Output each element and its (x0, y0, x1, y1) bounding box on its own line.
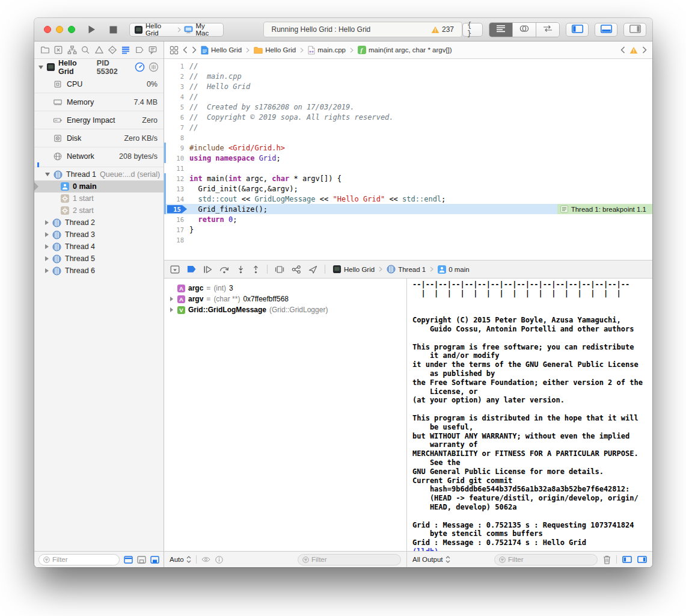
code-review-button[interactable]: { } (462, 23, 483, 37)
code-line[interactable]: 11 (164, 163, 652, 173)
process-row[interactable]: Hello Grid PID 55302 (34, 59, 164, 75)
source-control-navigator-button[interactable] (67, 45, 78, 55)
console-pane[interactable]: --|--|--|--|--|--|--|--|--|--|--|--|--|-… (407, 279, 652, 551)
thread-row-5[interactable]: Thread 5 (34, 253, 164, 265)
toggle-inspector-button[interactable] (623, 23, 646, 37)
code-line[interactable]: 17} (164, 224, 652, 235)
gauge-row-energy[interactable]: Energy ImpactZero (34, 111, 164, 129)
breadcrumb-item[interactable]: Hello Grid (254, 46, 296, 54)
info-icon[interactable] (215, 556, 223, 564)
code-line[interactable]: 18 (164, 235, 652, 245)
code-line[interactable]: 9#include <Grid/Grid.h> (164, 143, 652, 153)
debug-breadcrumb-item[interactable]: 0 main (438, 265, 470, 274)
stack-frame-row[interactable]: 1 start (34, 192, 164, 205)
debug-breadcrumb-item[interactable]: Thread 1 (387, 265, 426, 274)
gutter[interactable]: 11 (164, 165, 189, 172)
code-line[interactable]: 8 (164, 132, 652, 143)
gutter[interactable]: 16 (164, 216, 189, 223)
next-issue-button[interactable] (642, 46, 647, 54)
disclosure-down-icon[interactable] (38, 66, 43, 69)
navigator-filter-field[interactable]: Filter (38, 554, 120, 565)
debug-navigator-button[interactable] (120, 45, 131, 55)
pause-button[interactable] (149, 62, 159, 72)
related-items-icon[interactable] (170, 46, 179, 55)
memory-graph-button[interactable] (292, 265, 301, 274)
gutter[interactable]: 2 (164, 73, 189, 80)
gauge-row-memory[interactable]: Memory7.4 MB (34, 93, 164, 111)
step-over-button[interactable] (219, 265, 230, 274)
variable-row[interactable]: VGrid::GridLogMessage(Grid::GridLogger) (167, 304, 404, 315)
breakpoint-navigator-button[interactable] (134, 45, 145, 55)
minimize-window-button[interactable] (56, 26, 63, 33)
code-line[interactable]: 12int main(int argc, char * argv[]) { (164, 173, 652, 183)
find-navigator-button[interactable] (80, 45, 91, 55)
gutter[interactable]: 10 (164, 155, 189, 162)
variables-view[interactable]: Aargc=(int)3Aargv=(char **)0x7ffeefbff56… (164, 279, 407, 551)
previous-issue-button[interactable] (620, 46, 625, 54)
disclosure-right-icon[interactable] (45, 256, 49, 261)
gutter[interactable]: 13 (164, 185, 189, 192)
variable-row[interactable]: Aargc=(int)3 (167, 283, 404, 294)
stack-frame-row[interactable]: 2 start (34, 205, 164, 217)
simulate-location-button[interactable] (308, 265, 317, 274)
source-editor[interactable]: 1//2// main.cpp3// Hello Grid4//5// Crea… (164, 59, 652, 260)
go-back-button[interactable] (183, 46, 188, 54)
thread-row-4[interactable]: Thread 4 (34, 241, 164, 253)
run-button[interactable] (87, 25, 96, 34)
disclosure-right-icon[interactable] (45, 232, 49, 237)
issue-navigator-button[interactable] (94, 45, 105, 55)
breakpoint-annotation[interactable]: Thread 1: breakpoint 1.1 (557, 204, 652, 214)
gauge-row-cpu[interactable]: CPU0% (34, 75, 164, 93)
gutter[interactable]: 3 (164, 83, 189, 90)
warning-badge[interactable]: 237 (431, 25, 454, 34)
code-line[interactable]: 6// Copyright © 2019 sopa. All rights re… (164, 112, 652, 122)
variable-row[interactable]: Aargv=(char **)0x7ffeefbff568 (167, 294, 404, 304)
symbol-navigator-button[interactable] (53, 45, 64, 55)
toggle-navigator-button[interactable] (566, 23, 589, 37)
disclosure-right-icon[interactable] (168, 297, 174, 301)
gutter[interactable]: 9 (164, 144, 189, 152)
standard-editor-button[interactable] (489, 23, 512, 37)
stop-button[interactable] (109, 26, 117, 34)
code-line[interactable]: 10using namespace Grid; (164, 153, 652, 163)
version-editor-button[interactable] (536, 23, 559, 37)
code-line[interactable]: 7// (164, 122, 652, 132)
code-line[interactable]: 5// Created by s1786208 on 17/03/2019. (164, 102, 652, 112)
step-into-button[interactable] (237, 265, 245, 274)
code-line[interactable]: 13 Grid_init(&argc,&argv); (164, 183, 652, 194)
scheme-selector[interactable]: Hello GridMy Mac (129, 23, 224, 37)
gutter[interactable]: 5 (164, 103, 189, 111)
variables-filter-field[interactable]: Filter (298, 554, 401, 565)
view-memory-button[interactable] (150, 556, 159, 564)
quicklook-icon[interactable] (201, 556, 210, 562)
disclosure-right-icon[interactable] (45, 244, 49, 249)
test-navigator-button[interactable] (107, 45, 118, 55)
profile-gauge-button[interactable] (135, 62, 145, 72)
continue-button[interactable] (203, 265, 212, 274)
gutter[interactable]: 12 (164, 175, 189, 182)
debug-view-hierarchy-button[interactable] (275, 265, 284, 274)
gauge-row-network[interactable]: Network208 bytes/s (34, 147, 164, 165)
assistant-editor-button[interactable] (512, 23, 536, 37)
project-navigator-button[interactable] (40, 45, 51, 55)
gutter[interactable]: 7 (164, 124, 189, 131)
gutter[interactable]: 4 (164, 93, 189, 100)
step-out-button[interactable] (252, 265, 260, 274)
breakpoint-marker[interactable]: 15 (167, 205, 187, 214)
hide-debug-area-button[interactable] (170, 265, 180, 274)
code-line[interactable]: 2// main.cpp (164, 71, 652, 81)
breadcrumb-item[interactable]: Hello Grid (201, 46, 242, 55)
stack-frame-row[interactable]: 0 main (34, 180, 164, 192)
gauge-row-disk[interactable]: DiskZero KB/s (34, 129, 164, 147)
code-line[interactable]: 14 std::cout << GridLogMessage << "Hello… (164, 194, 652, 204)
thread-row-1[interactable]: Thread 1Queue:...d (serial) (34, 168, 164, 180)
breadcrumb-item[interactable]: ++main.cpp (308, 46, 346, 55)
view-process-by-queue-button[interactable] (124, 556, 133, 564)
disclosure-down-icon[interactable] (45, 173, 50, 176)
console-scope-select[interactable]: All Output (412, 556, 450, 563)
toggle-debug-area-button[interactable] (595, 23, 617, 37)
gutter[interactable]: 14 (164, 196, 189, 203)
breakpoints-toggle-button[interactable] (187, 265, 196, 273)
gutter[interactable]: 17 (164, 226, 189, 233)
gutter[interactable]: 18 (164, 236, 189, 244)
